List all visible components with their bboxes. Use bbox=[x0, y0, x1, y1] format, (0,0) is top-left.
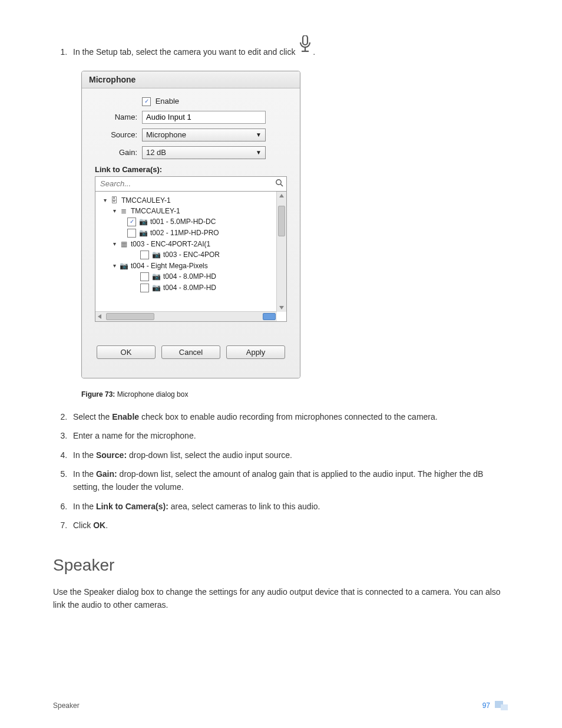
figure-text: Microphone dialog box bbox=[115, 390, 188, 398]
gain-label: Gain: bbox=[95, 148, 142, 157]
chevron-down-icon[interactable]: ▾ bbox=[101, 197, 108, 203]
microphone-icon bbox=[299, 35, 312, 57]
tree-node-camera[interactable]: ✓ 📷 t001 - 5.0MP-HD-DC bbox=[98, 216, 284, 228]
chevron-down-icon[interactable]: ▾ bbox=[111, 262, 118, 269]
svg-point-3 bbox=[276, 180, 281, 185]
name-label: Name: bbox=[95, 113, 142, 121]
link-to-cameras-label: Link to Camera(s): bbox=[95, 165, 287, 174]
step-3: Enter a name for the microphone. bbox=[70, 429, 509, 442]
step-7: Click OK. bbox=[70, 519, 509, 532]
step-2: Select the Enable check box to enable au… bbox=[70, 410, 509, 423]
camera-icon: 📷 bbox=[138, 218, 148, 226]
tree-node-site[interactable]: ▾ ≣ TMCCAULEY-1 bbox=[98, 206, 284, 216]
caret-down-icon: ▼ bbox=[256, 131, 262, 138]
cancel-button[interactable]: Cancel bbox=[161, 345, 220, 359]
tree-node-camera-group[interactable]: ▾ 📷 t004 - Eight Mega-Pixels bbox=[98, 261, 284, 271]
step-1: In the Setup tab, select the camera you … bbox=[70, 35, 509, 59]
camera-disabled-icon: 📷 bbox=[151, 272, 161, 281]
tree-node-encoder-ch[interactable]: ✓ 📷 t003 - ENC-4POR bbox=[98, 249, 284, 261]
step-6: In the Link to Camera(s): area, select c… bbox=[70, 500, 509, 513]
figure-caption: Figure 73: Microphone dialog box bbox=[81, 390, 509, 398]
encoder-icon: ▦ bbox=[119, 240, 128, 248]
vertical-scrollbar[interactable] bbox=[276, 192, 286, 312]
step-5: In the Gain: drop-down list, select the … bbox=[70, 467, 509, 494]
caret-down-icon: ▼ bbox=[256, 149, 262, 156]
dialog-title: Microphone bbox=[82, 71, 300, 88]
step-4: In the Source: drop-down list, select th… bbox=[70, 449, 509, 462]
section-heading-speaker: Speaker bbox=[53, 556, 509, 575]
horizontal-scrollbar[interactable] bbox=[95, 311, 277, 321]
source-dropdown[interactable]: Microphone ▼ bbox=[142, 129, 266, 141]
enable-checkbox[interactable]: ✓ Enable bbox=[142, 97, 287, 106]
figure-label: Figure 73: bbox=[81, 390, 115, 398]
footer-logo-icon bbox=[495, 701, 509, 710]
server-icon: 🗄 bbox=[110, 196, 119, 205]
gain-value: 12 dB bbox=[146, 148, 166, 157]
apply-button[interactable]: Apply bbox=[226, 345, 285, 359]
step1-pre: In the Setup tab, select the camera you … bbox=[73, 47, 297, 57]
source-value: Microphone bbox=[146, 130, 186, 139]
tree-node-camera[interactable]: ✓ 📷 t004 - 8.0MP-HD bbox=[98, 282, 284, 294]
tree-node-camera[interactable]: ✓ 📷 t002 - 11MP-HD-PRO bbox=[98, 228, 284, 239]
svg-line-4 bbox=[280, 185, 283, 187]
tree-node-camera[interactable]: ✓ 📷 t004 - 8.0MP-HD bbox=[98, 271, 284, 282]
gain-dropdown[interactable]: 12 dB ▼ bbox=[142, 146, 266, 159]
search-input[interactable] bbox=[95, 178, 272, 189]
svg-rect-0 bbox=[303, 35, 308, 45]
tree-node-encoder[interactable]: ▾ ▦ t003 - ENC-4PORT-2AI(1 bbox=[98, 239, 284, 249]
step1-post: . bbox=[313, 47, 315, 57]
camera-disabled-icon: 📷 bbox=[119, 262, 128, 270]
search-icon bbox=[272, 179, 286, 189]
site-icon: ≣ bbox=[119, 207, 128, 215]
source-label: Source: bbox=[95, 130, 142, 139]
camera-icon: 📷 bbox=[151, 251, 161, 259]
speaker-paragraph: Use the Speaker dialog box to change the… bbox=[53, 585, 509, 612]
camera-icon: 📷 bbox=[138, 229, 148, 237]
microphone-dialog: Microphone ✓ Enable Name: Source: bbox=[81, 71, 509, 378]
search-box[interactable] bbox=[95, 176, 287, 192]
footer-left: Speaker bbox=[53, 701, 80, 710]
tree-node-server[interactable]: ▾ 🗄 TMCCAULEY-1 bbox=[98, 195, 284, 206]
ok-button[interactable]: OK bbox=[97, 345, 156, 359]
page-number: 97 bbox=[482, 701, 490, 710]
chevron-down-icon[interactable]: ▾ bbox=[111, 241, 118, 247]
chevron-down-icon[interactable]: ▾ bbox=[111, 207, 118, 214]
camera-disabled-icon: 📷 bbox=[151, 284, 161, 292]
camera-tree[interactable]: ▾ 🗄 TMCCAULEY-1 ▾ ≣ TMCCAULEY-1 ✓ 📷 bbox=[95, 192, 287, 322]
name-input[interactable] bbox=[142, 111, 266, 124]
enable-label: Enable bbox=[156, 97, 179, 106]
